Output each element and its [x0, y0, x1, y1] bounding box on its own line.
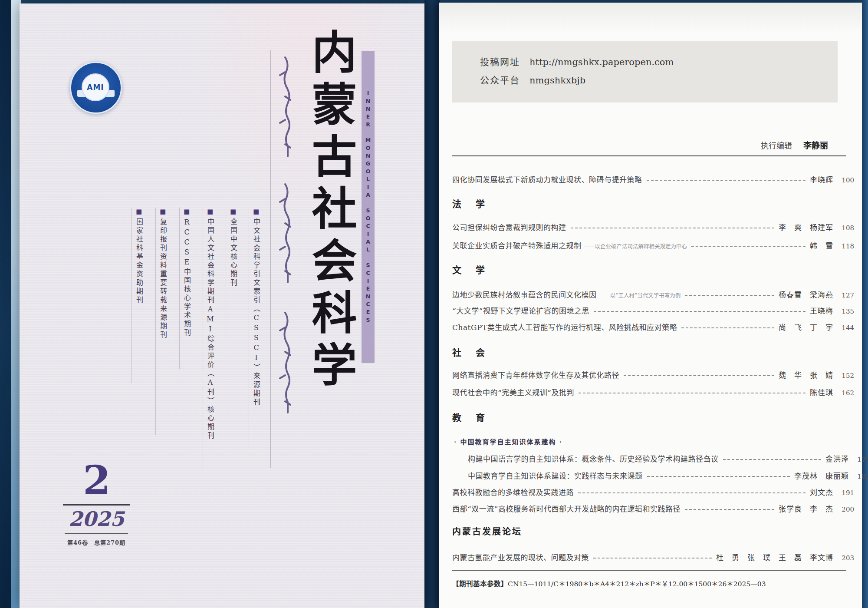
executive-editor-line: 执行编辑李静丽	[761, 139, 828, 151]
toc-forum-header: 内蒙古发展论坛	[452, 525, 522, 537]
toc-entry-title: 边地少数民族村落叙事蕴含的民间文化模因	[452, 289, 597, 300]
journal-seal-logo: AMI	[70, 62, 122, 114]
toc-entry-subtitle: ——以企业破产法司法解释相关规定为中心	[584, 242, 687, 250]
toc-dot-leader	[685, 509, 774, 510]
toc-dot-leader	[571, 228, 775, 228]
toc-entry-title: 四化协同发展模式下新质动力就业现状、障碍与提升策略	[452, 174, 642, 185]
toc-entry-title: 西部“双一流”高校服务新时代西部大开发战略的内在逻辑和实践路径	[452, 503, 681, 514]
contents-page: 投稿网址http://nmgshkx.paperopen.com 公众平台nmg…	[439, 3, 862, 608]
toc-entry-page: 100	[839, 176, 854, 184]
toc-section-header: 社 会	[452, 345, 487, 358]
toc-entry-title: 现代社会中的“完美主义规训”及批判	[452, 387, 574, 397]
toc-section-header: 文 学	[452, 263, 487, 276]
toc-dot-leader	[647, 180, 806, 181]
toc-entry-page: 108	[839, 224, 854, 232]
toc-entry-page: 152	[839, 372, 854, 380]
editor-label: 执行编辑	[761, 141, 792, 150]
accolade-item: 中文社会科学引文索引（CSSCI）来源期刊	[249, 208, 261, 446]
issue-rule-bottom	[65, 533, 128, 534]
wechat-id-value: nmgshkxbjb	[529, 75, 585, 86]
toc-dot-leader	[624, 375, 774, 376]
toc-entry-page: 127	[839, 291, 854, 299]
toc-entry-authors: 魏 华 张 婧	[779, 369, 833, 380]
mongolian-script	[275, 54, 295, 445]
journal-title-calligraphy: 内蒙古社会科学	[296, 29, 361, 467]
seal-center-emblem: AMI	[82, 73, 109, 101]
toc-entry: 关联企业实质合并破产特殊适用之规制 ——以企业破产法司法解释相关规定为中心 韩 …	[452, 240, 854, 251]
editor-name: 李静丽	[803, 141, 828, 150]
journal-parameters-label: 【期刊基本参数】	[452, 580, 508, 588]
toc-entry-authors: 金洪泽	[825, 453, 849, 464]
issue-number: 2	[71, 460, 123, 500]
toc-entry-page: 144	[839, 324, 854, 332]
toc-entry-title: 中国教育学自主知识体系建设：实践样态与未来课题	[468, 470, 643, 481]
toc-entry-authors: 韩 雪	[810, 240, 833, 251]
toc-dot-leader	[691, 246, 806, 247]
volume-note: 第46卷 总第270期	[58, 538, 135, 546]
wechat-label: 公众平台	[480, 75, 520, 86]
accolade-item: 中国人文社会科学期刊AMI综合评价（A刊）核心期刊	[203, 208, 215, 470]
toc-entry-title: ChatGPT类生成式人工智能写作的运行机理、风险挑战和应对策略	[452, 321, 677, 332]
toc-entry-authors: 陈佳琪	[810, 387, 833, 397]
toc-entry-authors: 李茂林 康丽颖	[794, 470, 849, 481]
journal-parameters-value: CN15—1011/C＊1980＊b＊A4＊212＊zh＊P＊￥12.00＊15…	[508, 580, 766, 588]
toc-dot-leader	[579, 393, 806, 393]
toc-entry-title: 内蒙古氢能产业发展的现状、问题及对策	[452, 552, 589, 562]
toc-entry-title: 网络直播消费下青年群体数字化生存及其优化路径	[452, 369, 619, 380]
toc-entry: 构建中国语言学的自主知识体系：概念条件、历史经验及学术构建路径刍议 金洪泽 17…	[452, 453, 868, 464]
toc-section-header: 教 育	[452, 410, 487, 423]
toc-entry: 高校科教融合的多维检视及实践进路 刘文杰 191	[452, 486, 854, 497]
toc-bottom-rule	[452, 570, 846, 571]
toc-entry-authors: 杜 勇 张 璞 王 磊 李文博	[716, 552, 833, 562]
toc-entry-title: 高校科教融合的多维检视及实践进路	[452, 486, 574, 497]
toc-subsection-header: · 中国教育学自主知识体系建构 ·	[454, 437, 562, 446]
issue-year: 2025	[63, 508, 130, 530]
journal-parameters-line: 【期刊基本参数】CN15—1011/C＊1980＊b＊A4＊212＊zh＊P＊￥…	[452, 578, 852, 588]
journal-title-english: INNER MONGOLIA SOCIAL SCIENCES	[365, 90, 372, 324]
wechat-line: 公众平台nmgshkxbjb	[480, 73, 585, 86]
toc-entry-page: 171	[855, 456, 868, 463]
toc-entry: 网络直播消费下青年群体数字化生存及其优化路径 魏 华 张 婧 152	[452, 369, 854, 380]
toc-entry-authors: 王晓梅	[810, 305, 833, 316]
backdrop-right-band	[862, 0, 868, 608]
toc-dot-leader	[723, 459, 822, 460]
submission-url-value: http://nmgshkx.paperopen.com	[529, 57, 674, 67]
toc-entry-authors: 杨春雪 梁海燕	[779, 289, 833, 300]
toc-entry-subtitle: ——以“工人村”当代文学书写为例	[599, 291, 681, 299]
toc-entry-page: 200	[839, 506, 854, 513]
journal-spread-photo: AMI 中文社会科学引文索引（CSSCI）来源期刊 全国中文核心期刊 中国人文社…	[0, 0, 868, 608]
toc-entry-page: 191	[839, 489, 854, 497]
toc-entry: 边地少数民族村落叙事蕴含的民间文化模因 ——以“工人村”当代文学书写为例 杨春雪…	[452, 289, 854, 300]
toc-entry-title: 构建中国语言学的自主知识体系：概念条件、历史经验及学术构建路径刍议	[468, 453, 719, 464]
english-title-strip: INNER MONGOLIA SOCIAL SCIENCES	[362, 51, 375, 363]
cover-vertical-divider	[270, 50, 271, 468]
toc-entry: 中国教育学自主知识体系建设：实践样态与未来课题 李茂林 康丽颖 182	[452, 470, 868, 481]
toc-dot-leader	[578, 492, 806, 493]
toc-dot-leader	[685, 295, 774, 296]
accolade-item: 全国中文核心期刊	[226, 208, 238, 338]
toc-dot-leader	[594, 311, 806, 312]
toc-entry-page: 118	[839, 242, 854, 250]
toc-entry-page: 135	[839, 307, 854, 315]
toc-entry: 西部“双一流”高校服务新时代西部大开发战略的内在逻辑和实践路径 张学良 李 杰 …	[452, 503, 854, 514]
accolade-item: 复印报刊资料重要转载来源期刊	[155, 208, 168, 435]
seal-text: AMI	[87, 83, 104, 92]
journal-cover: AMI 中文社会科学引文索引（CSSCI）来源期刊 全国中文核心期刊 中国人文社…	[20, 3, 424, 608]
page-gap-shadow	[424, 0, 440, 608]
toc-entry-page: 182	[855, 473, 868, 480]
issue-rule-top	[63, 504, 130, 506]
accolade-item: 国家社科基金资助期刊	[132, 208, 144, 383]
toc-entry: 现代社会中的“完美主义规训”及批判 陈佳琪 162	[452, 387, 854, 397]
submission-url-line: 投稿网址http://nmgshkx.paperopen.com	[480, 55, 674, 68]
toc-entry: 内蒙古氢能产业发展的现状、问题及对策 杜 勇 张 璞 王 磊 李文博 203	[452, 552, 854, 562]
toc-entry: “大文学”视野下文学理论扩容的困境之思 王晓梅 135	[452, 305, 854, 316]
accolade-item: RCCSE中国核心学术期刊	[179, 208, 192, 369]
toc-entry-title: 公司担保纠纷合意裁判规则的构建	[452, 221, 566, 232]
toc-entry-authors: 李 爽 杨建军	[779, 221, 833, 232]
submission-info-box: 投稿网址http://nmgshkx.paperopen.com 公众平台nmg…	[452, 41, 838, 102]
submission-url-label: 投稿网址	[480, 57, 520, 67]
toc-dot-leader	[647, 476, 790, 477]
toc-section-header: 法 学	[452, 197, 487, 210]
toc-entry-authors: 张学良 李 杰	[779, 503, 833, 514]
toc-entry-authors: 刘文杰	[810, 486, 833, 497]
